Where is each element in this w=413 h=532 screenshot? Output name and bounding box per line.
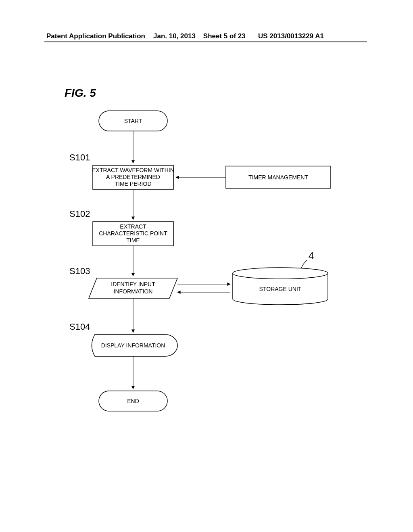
storage-ref-leader bbox=[301, 260, 307, 268]
node-storage-text: STORAGE UNIT bbox=[259, 286, 302, 292]
header-date: Jan. 10, 2013 bbox=[153, 32, 196, 40]
node-s101-line2: A PREDETERMINED bbox=[106, 174, 160, 180]
node-start: START bbox=[99, 111, 167, 131]
header-sheet: Sheet 5 of 23 bbox=[203, 32, 246, 40]
node-s102-line2: CHARACTERISTIC POINT bbox=[99, 230, 167, 237]
node-s103-line1: IDENTIFY INPUT bbox=[111, 281, 155, 287]
node-s101: EXTRACT WAVEFORM WITHIN A PREDETERMINED … bbox=[92, 165, 174, 189]
node-s102-line3: TIME bbox=[126, 237, 140, 243]
node-s101-line3: TIME PERIOD bbox=[115, 181, 151, 187]
flowchart: START EXTRACT WAVEFORM WITHIN A PREDETER… bbox=[56, 101, 363, 431]
node-s103: IDENTIFY INPUT INFORMATION bbox=[89, 278, 177, 298]
node-s104-text: DISPLAY INFORMATION bbox=[101, 342, 165, 349]
node-end-text: END bbox=[127, 398, 139, 404]
page: Patent Application Publication Jan. 10, … bbox=[0, 0, 413, 532]
node-timer-text: TIMER MANAGEMENT bbox=[248, 174, 308, 181]
header-date-sheet: Jan. 10, 2013 Sheet 5 of 23 bbox=[153, 32, 246, 40]
node-s102: EXTRACT CHARACTERISTIC POINT TIME bbox=[93, 222, 173, 246]
header-pubno: US 2013/0013229 A1 bbox=[258, 32, 324, 40]
node-storage: STORAGE UNIT bbox=[233, 268, 328, 305]
node-s104: DISPLAY INFORMATION bbox=[92, 335, 178, 356]
svg-point-3 bbox=[233, 268, 328, 279]
node-s101-line1: EXTRACT WAVEFORM WITHIN bbox=[92, 167, 174, 173]
header-rule bbox=[44, 42, 367, 42]
node-start-text: START bbox=[124, 118, 142, 124]
node-end: END bbox=[99, 391, 167, 411]
figure-label: FIG. 5 bbox=[65, 87, 96, 100]
storage-ref-num: 4 bbox=[309, 250, 314, 261]
header-left: Patent Application Publication bbox=[46, 32, 145, 40]
node-s102-line1: EXTRACT bbox=[120, 223, 146, 230]
node-timer: TIMER MANAGEMENT bbox=[226, 166, 331, 188]
node-s103-line2: INFORMATION bbox=[114, 288, 153, 295]
